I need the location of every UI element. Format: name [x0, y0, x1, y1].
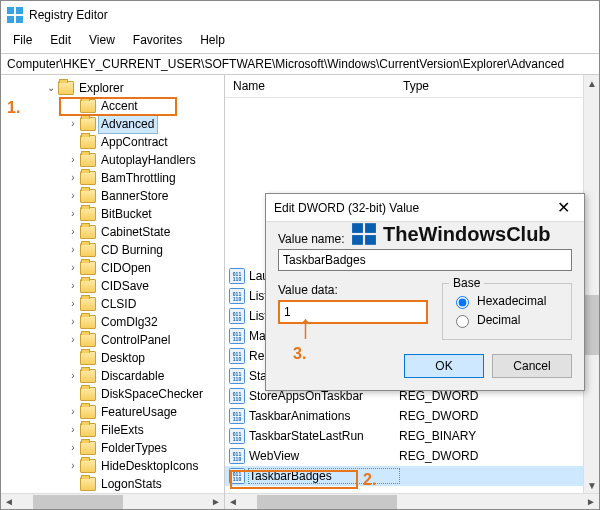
- tree-node-foldertypes[interactable]: ›FolderTypes: [67, 439, 224, 457]
- radio-dec-input[interactable]: [456, 315, 469, 328]
- expand-icon[interactable]: ›: [67, 367, 79, 385]
- folder-icon: [80, 153, 96, 167]
- tree-node-fileexts[interactable]: ›FileExts: [67, 421, 224, 439]
- svg-text:011110: 011110: [233, 271, 242, 282]
- folder-icon: [80, 333, 96, 347]
- radio-hex-input[interactable]: [456, 296, 469, 309]
- arrow-left-icon[interactable]: ◄: [225, 494, 241, 510]
- tree-node-logonstats[interactable]: LogonStats: [67, 475, 224, 493]
- scroll-thumb[interactable]: [33, 495, 123, 509]
- tree-label: HideDesktopIcons: [99, 457, 201, 475]
- tree-scrollbar-h[interactable]: ◄ ►: [1, 493, 224, 509]
- tree-node-bitbucket[interactable]: ›BitBucket: [67, 205, 224, 223]
- expand-icon[interactable]: ›: [67, 187, 79, 205]
- radio-hexadecimal[interactable]: Hexadecimal: [451, 293, 563, 309]
- tree-node-desktop[interactable]: Desktop: [67, 349, 224, 367]
- tree-node-autoplayhandlers[interactable]: ›AutoplayHandlers: [67, 151, 224, 169]
- svg-text:011110: 011110: [233, 471, 242, 482]
- value-row-webview[interactable]: 011110WebViewREG_DWORD: [225, 446, 599, 466]
- reg-dword-icon: 011110: [229, 468, 245, 484]
- close-icon[interactable]: ✕: [551, 198, 576, 217]
- tree-node-hidedesktopicons[interactable]: ›HideDesktopIcons: [67, 457, 224, 475]
- value-name-field[interactable]: [278, 249, 572, 271]
- expand-icon[interactable]: ›: [67, 169, 79, 187]
- value-name: TaskbarAnimations: [249, 409, 399, 423]
- menu-edit[interactable]: Edit: [42, 31, 79, 49]
- expand-icon[interactable]: ›: [67, 439, 79, 457]
- arrow-right-icon[interactable]: ►: [208, 494, 224, 510]
- expand-icon[interactable]: ›: [67, 421, 79, 439]
- tree-node-comdlg32[interactable]: ›ComDlg32: [67, 313, 224, 331]
- scroll-thumb[interactable]: [585, 295, 599, 355]
- expand-icon[interactable]: ›: [67, 223, 79, 241]
- collapse-icon[interactable]: ⌄: [45, 79, 57, 97]
- tree-node-featureusage[interactable]: ›FeatureUsage: [67, 403, 224, 421]
- tree-label: CabinetState: [99, 223, 173, 241]
- expand-icon[interactable]: ›: [67, 241, 79, 259]
- tree-node-advanced[interactable]: ›Advanced: [67, 115, 224, 133]
- radio-decimal[interactable]: Decimal: [451, 312, 563, 328]
- svg-rect-0: [7, 7, 14, 14]
- tree-node-clsid[interactable]: ›CLSID: [67, 295, 224, 313]
- list-scrollbar-h[interactable]: ◄ ►: [225, 493, 599, 509]
- address-bar[interactable]: Computer\HKEY_CURRENT_USER\SOFTWARE\Micr…: [1, 53, 599, 75]
- expand-icon[interactable]: ›: [67, 259, 79, 277]
- value-type: REG_DWORD: [399, 389, 599, 403]
- menu-view[interactable]: View: [81, 31, 123, 49]
- arrow-left-icon[interactable]: ◄: [1, 494, 17, 510]
- reg-dword-icon: 011110: [229, 348, 245, 364]
- list-scrollbar-v[interactable]: ▲ ▼: [583, 75, 599, 493]
- value-name-label: Value name:: [278, 232, 572, 246]
- ok-button[interactable]: OK: [404, 354, 484, 378]
- arrow-right-icon[interactable]: ►: [583, 494, 599, 510]
- expand-icon[interactable]: ›: [67, 151, 79, 169]
- reg-dword-icon: 011110: [229, 328, 245, 344]
- title-bar: Registry Editor: [1, 1, 599, 29]
- tree-node-appcontract[interactable]: AppContract: [67, 133, 224, 151]
- value-name: StoreAppsOnTaskbar: [249, 389, 399, 403]
- value-name: TaskbarStateLastRun: [249, 429, 399, 443]
- tree-node-accent[interactable]: Accent: [67, 97, 224, 115]
- expand-icon[interactable]: ›: [67, 295, 79, 313]
- folder-icon: [80, 369, 96, 383]
- reg-dword-icon: 011110: [229, 388, 245, 404]
- reg-dword-icon: 011110: [229, 288, 245, 304]
- folder-icon: [80, 405, 96, 419]
- tree-node-cd-burning[interactable]: ›CD Burning: [67, 241, 224, 259]
- expand-icon[interactable]: ›: [67, 205, 79, 223]
- tree-node-cidsave[interactable]: ›CIDSave: [67, 277, 224, 295]
- tree-node-bannerstore[interactable]: ›BannerStore: [67, 187, 224, 205]
- column-header-name[interactable]: Name: [225, 75, 395, 97]
- arrow-up-icon[interactable]: ▲: [584, 75, 599, 91]
- tree-label: BitBucket: [99, 205, 155, 223]
- tree-label: CLSID: [99, 295, 139, 313]
- tree-node-explorer[interactable]: ⌄ Explorer: [21, 79, 224, 97]
- expand-icon[interactable]: ›: [67, 457, 79, 475]
- value-row-taskbaranimations[interactable]: 011110TaskbarAnimationsREG_DWORD: [225, 406, 599, 426]
- expand-icon[interactable]: ›: [67, 115, 79, 133]
- tree-node-bamthrottling[interactable]: ›BamThrottling: [67, 169, 224, 187]
- folder-icon: [80, 225, 96, 239]
- tree-node-discardable[interactable]: ›Discardable: [67, 367, 224, 385]
- menu-file[interactable]: File: [5, 31, 40, 49]
- column-header-type[interactable]: Type: [395, 75, 599, 97]
- expand-icon[interactable]: ›: [67, 277, 79, 295]
- tree-node-controlpanel[interactable]: ›ControlPanel: [67, 331, 224, 349]
- arrow-down-icon[interactable]: ▼: [584, 477, 599, 493]
- value-row-taskbarbadges[interactable]: 011110TaskbarBadges: [225, 466, 599, 486]
- menu-help[interactable]: Help: [192, 31, 233, 49]
- scroll-thumb[interactable]: [257, 495, 397, 509]
- tree-node-cabinetstate[interactable]: ›CabinetState: [67, 223, 224, 241]
- tree-node-cidopen[interactable]: ›CIDOpen: [67, 259, 224, 277]
- reg-dword-icon: 011110: [229, 448, 245, 464]
- value-type: REG_DWORD: [399, 409, 599, 423]
- expand-icon[interactable]: ›: [67, 331, 79, 349]
- expand-icon[interactable]: ›: [67, 313, 79, 331]
- tree-label: AppContract: [99, 133, 171, 151]
- reg-dword-icon: 011110: [229, 268, 245, 284]
- value-row-taskbarstatelastrun[interactable]: 011110TaskbarStateLastRunREG_BINARY: [225, 426, 599, 446]
- tree-node-diskspacechecker[interactable]: DiskSpaceChecker: [67, 385, 224, 403]
- menu-favorites[interactable]: Favorites: [125, 31, 190, 49]
- cancel-button[interactable]: Cancel: [492, 354, 572, 378]
- expand-icon[interactable]: ›: [67, 403, 79, 421]
